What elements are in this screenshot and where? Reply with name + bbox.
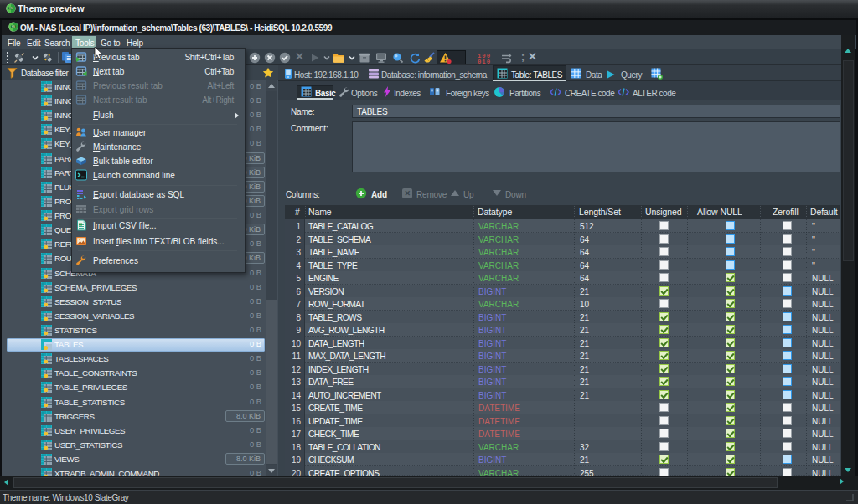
svg-text:010: 010 (478, 59, 491, 64)
svg-text:HS: HS (9, 7, 13, 10)
svg-text:HS: HS (12, 25, 15, 28)
